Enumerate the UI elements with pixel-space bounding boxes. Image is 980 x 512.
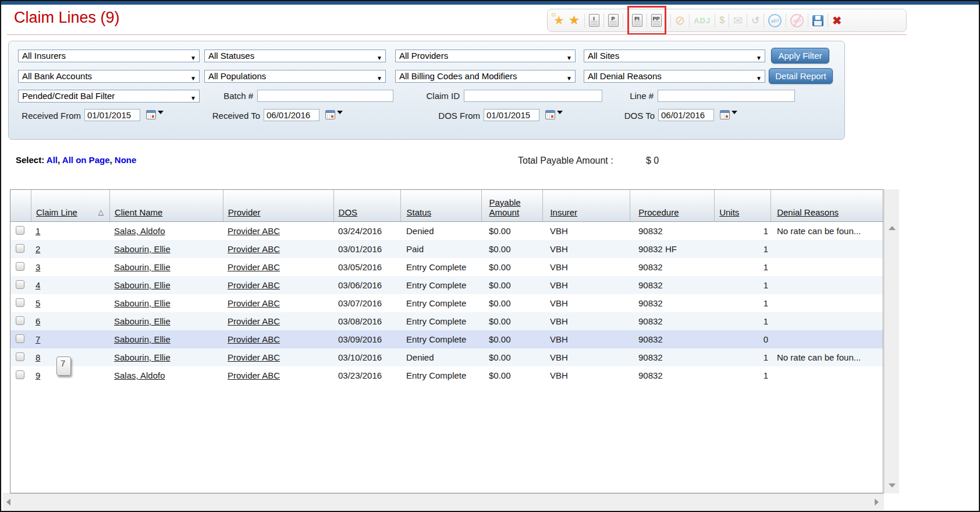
line-number-input[interactable] (658, 90, 795, 102)
cell-status: Entry Complete (400, 294, 482, 312)
cell-provider[interactable]: Provider ABC (223, 330, 333, 348)
detail-report-button[interactable]: Detail Report (769, 68, 833, 84)
cell-client-name[interactable]: Sabourin, Ellie (109, 258, 223, 276)
row-checkbox[interactable] (16, 334, 24, 343)
scroll-down-icon[interactable] (889, 483, 896, 488)
icon-label: PI (633, 16, 642, 22)
column-header-denial-reasons[interactable]: Denial Reasons (770, 190, 883, 221)
report-i-icon[interactable]: I (589, 14, 599, 27)
received-to-calendar-dropdown-icon[interactable] (337, 111, 343, 114)
cell-provider[interactable]: Provider ABC (223, 348, 333, 366)
cell-claim-line[interactable]: 7 (31, 330, 109, 348)
cell-status: Entry Complete (400, 366, 482, 384)
close-icon[interactable]: ✖ (832, 14, 841, 27)
select-all-link[interactable]: All (47, 155, 58, 165)
row-checkbox[interactable] (16, 226, 24, 235)
row-checkbox[interactable] (16, 352, 24, 361)
received-from-calendar-icon[interactable] (146, 110, 156, 119)
column-header-client-name[interactable]: Client Name (109, 190, 223, 221)
select-all-on-page-link[interactable]: All on Page (62, 155, 110, 165)
batch-number-input[interactable] (257, 90, 393, 102)
toolbar-separator (808, 13, 808, 27)
report-p-icon[interactable]: P (608, 14, 619, 27)
add-favorite-star-icon[interactable]: ★✦ (553, 14, 564, 27)
status-filter-dropdown[interactable]: All Statuses (204, 50, 386, 62)
cell-provider[interactable]: Provider ABC (223, 312, 333, 330)
cell-client-name[interactable]: Sabourin, Ellie (109, 330, 223, 348)
cell-client-name[interactable]: Sabourin, Ellie (109, 294, 223, 312)
column-header-dos[interactable]: DOS (333, 190, 400, 221)
received-to-input[interactable] (264, 109, 319, 121)
cell-provider[interactable]: Provider ABC (223, 258, 333, 276)
adj-approve-icon[interactable]: ADJ (767, 12, 783, 29)
insurer-filter-dropdown[interactable]: All Insurers (18, 50, 200, 62)
dos-from-input[interactable] (484, 109, 539, 121)
cell-provider[interactable]: Provider ABC (223, 240, 333, 258)
column-header-claim-line[interactable]: Claim Line△ (31, 190, 109, 221)
cell-claim-line[interactable]: 6 (31, 312, 109, 330)
cell-claim-line[interactable]: 1 (31, 222, 109, 240)
received-from-calendar-dropdown-icon[interactable] (158, 111, 164, 114)
dos-to-calendar-dropdown-icon[interactable] (732, 111, 737, 114)
cell-procedure: 90832 (630, 294, 715, 312)
row-checkbox[interactable] (16, 244, 24, 253)
column-header-procedure[interactable]: Procedure (630, 190, 714, 221)
cell-client-name[interactable]: Sabourin, Ellie (109, 312, 223, 330)
dos-from-calendar-dropdown-icon[interactable] (557, 111, 563, 114)
cell-provider[interactable]: Provider ABC (223, 366, 333, 384)
row-checkbox[interactable] (16, 262, 24, 271)
dos-to-calendar-icon[interactable] (720, 110, 730, 119)
billing-code-filter-dropdown[interactable]: All Billing Codes and Modifiers (395, 70, 576, 83)
row-checkbox[interactable] (16, 280, 24, 289)
scroll-left-icon[interactable] (6, 499, 10, 506)
toolbar-separator (584, 13, 585, 27)
report-pi-icon[interactable]: PI (632, 14, 642, 27)
cell-payable-amount: $0.00 (482, 276, 543, 294)
column-header-units[interactable]: Units (714, 190, 770, 221)
select-none-link[interactable]: None (115, 155, 137, 165)
provider-filter-dropdown[interactable]: All Providers (395, 50, 576, 62)
received-from-input[interactable] (84, 109, 140, 121)
vertical-scrollbar[interactable] (884, 189, 899, 493)
horizontal-scrollbar[interactable] (3, 493, 884, 510)
report-pp-icon[interactable]: PP (651, 14, 662, 27)
favorite-star-icon[interactable]: ★ (569, 14, 580, 27)
cell-claim-line[interactable]: 3 (31, 258, 109, 276)
row-checkbox[interactable] (16, 316, 24, 325)
dos-to-input[interactable] (658, 109, 714, 121)
save-icon[interactable] (812, 15, 823, 26)
claim-id-input[interactable] (464, 90, 602, 102)
cell-client-name[interactable]: Salas, Aldofo (109, 366, 223, 384)
cell-claim-line[interactable]: 5 (31, 294, 109, 312)
adjustment-icon: ADJ (694, 16, 711, 25)
column-header-label: Denial Reasons (777, 207, 839, 217)
site-filter-dropdown[interactable]: All Sites (584, 50, 765, 62)
population-filter-dropdown[interactable]: All Populations (204, 70, 386, 83)
row-checkbox[interactable] (16, 370, 24, 379)
bank-account-filter-dropdown[interactable]: All Bank Accounts (18, 70, 200, 83)
row-checkbox[interactable] (16, 298, 24, 307)
scroll-right-icon[interactable] (875, 499, 879, 506)
cell-provider[interactable]: Provider ABC (223, 276, 333, 294)
column-header-payable-amount[interactable]: Payable Amount (481, 190, 542, 221)
column-header-insurer[interactable]: Insurer (542, 190, 630, 221)
void-icon: ⊘ (675, 13, 686, 27)
cell-client-name[interactable]: Salas, Aldofo (109, 222, 223, 240)
cell-client-name[interactable]: Sabourin, Ellie (109, 240, 223, 258)
cell-client-name[interactable]: Sabourin, Ellie (109, 276, 223, 294)
cell-provider[interactable]: Provider ABC (223, 294, 333, 312)
received-to-calendar-icon[interactable] (325, 110, 335, 119)
column-header-provider[interactable]: Provider (223, 190, 333, 221)
apply-filter-button[interactable]: Apply Filter (771, 48, 829, 63)
cell-claim-line[interactable]: 4 (31, 276, 109, 294)
column-header-status[interactable]: Status (400, 190, 482, 221)
denial-reason-filter-dropdown[interactable]: All Denial Reasons (584, 70, 765, 83)
table-row: 3Sabourin, EllieProvider ABC03/05/2016En… (10, 258, 883, 276)
table-body: 1Salas, AldofoProvider ABC03/24/2016Deni… (10, 222, 883, 384)
scroll-up-icon[interactable] (889, 226, 896, 230)
cell-claim-line[interactable]: 2 (31, 240, 109, 258)
cell-provider[interactable]: Provider ABC (223, 222, 333, 240)
pended-credit-filter-dropdown[interactable]: Pended/Credit Bal Filter (18, 90, 200, 103)
cell-client-name[interactable]: Sabourin, Ellie (109, 348, 223, 366)
dos-from-calendar-icon[interactable] (545, 110, 555, 119)
